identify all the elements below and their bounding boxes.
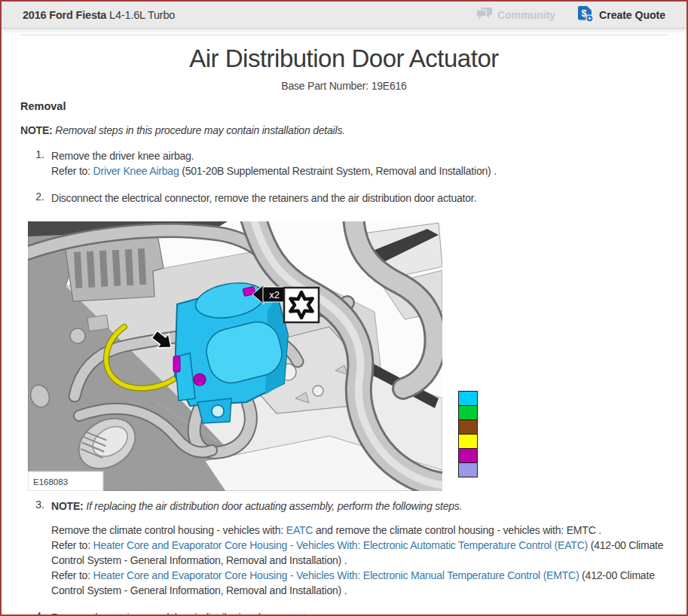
torx-bit-icon bbox=[284, 288, 319, 322]
page-title: Air Distribution Door Actuator bbox=[20, 44, 668, 73]
legend-swatch bbox=[458, 448, 478, 463]
step-text: Disconnect the electrical connector, rem… bbox=[51, 191, 668, 206]
vehicle-title: 2016 Ford Fiesta L4-1.6L Turbo bbox=[2, 9, 175, 21]
step-refer-text: Refer to: Heater Core and Evaporator Cor… bbox=[51, 538, 668, 568]
step-3: 3. NOTE: If replacing the air distributi… bbox=[20, 499, 668, 598]
create-quote-button[interactable]: $ Create Quote bbox=[576, 5, 665, 25]
step-1: 1. Remove the driver knee airbag. Refer … bbox=[20, 148, 668, 178]
step-text: Remove the retainers and the air distrib… bbox=[51, 610, 668, 616]
step-refer-text: Refer to: Heater Core and Evaporator Cor… bbox=[51, 568, 668, 598]
community-label: Community bbox=[497, 9, 555, 21]
service-manual-page: { "header": { "vehicle_bold": "2016 Ford… bbox=[0, 0, 688, 616]
figure-code-chip: E168083 bbox=[28, 471, 103, 491]
step-number: 3. bbox=[20, 499, 51, 598]
header-actions: Community $ Create Quote bbox=[476, 5, 686, 25]
section-heading-removal: Removal bbox=[20, 100, 668, 112]
step-text: Remove the climate control housing - veh… bbox=[51, 523, 668, 538]
reference-link[interactable]: Heater Core and Evaporator Core Housing … bbox=[93, 539, 588, 551]
step-refer-text: Refer to: Driver Knee Airbag (501-20B Su… bbox=[51, 163, 668, 178]
step-2: 2. Disconnect the electrical connector, … bbox=[20, 191, 668, 206]
legend-swatch bbox=[458, 434, 478, 449]
header-bar: 2016 Ford Fiesta L4-1.6L Turbo Community… bbox=[2, 2, 686, 29]
vehicle-engine: L4-1.6L Turbo bbox=[106, 9, 175, 21]
article-content: Air Distribution Door Actuator Base Part… bbox=[2, 35, 686, 616]
reference-link[interactable]: Driver Knee Airbag bbox=[93, 165, 179, 177]
step-text: Remove the driver knee airbag. bbox=[51, 148, 668, 163]
legend-swatch bbox=[458, 405, 478, 420]
legend-swatch bbox=[458, 462, 478, 477]
reference-link[interactable]: EATC bbox=[286, 524, 313, 536]
step-number: 1. bbox=[20, 148, 51, 178]
figure-code: E168083 bbox=[33, 477, 68, 486]
community-button[interactable]: Community bbox=[476, 8, 555, 23]
figure-illustration: x2 E168083 bbox=[28, 221, 442, 491]
step-number: 4. bbox=[20, 610, 51, 616]
figure-row: x2 E168083 bbox=[20, 221, 668, 491]
procedure-note: NOTE: Removal steps in this procedure ma… bbox=[20, 124, 668, 136]
legend-swatch bbox=[458, 391, 478, 406]
vehicle-name: 2016 Ford Fiesta bbox=[23, 9, 106, 21]
color-legend bbox=[458, 392, 478, 477]
create-quote-label: Create Quote bbox=[599, 9, 665, 21]
legend-swatch bbox=[458, 419, 478, 435]
create-quote-icon: $ bbox=[576, 5, 594, 25]
step-number: 2. bbox=[20, 191, 51, 206]
base-part-number: Base Part Number: 19E616 bbox=[20, 80, 668, 92]
community-icon bbox=[476, 8, 492, 23]
step-4: 4. Remove the retainers and the air dist… bbox=[20, 610, 668, 616]
x2-badge-label: x2 bbox=[269, 289, 280, 300]
step-note: NOTE: If replacing the air distribution … bbox=[51, 499, 668, 514]
reference-link[interactable]: Heater Core and Evaporator Core Housing … bbox=[93, 569, 579, 581]
top-divider bbox=[20, 35, 668, 35]
step-list: 1. Remove the driver knee airbag. Refer … bbox=[20, 148, 668, 616]
